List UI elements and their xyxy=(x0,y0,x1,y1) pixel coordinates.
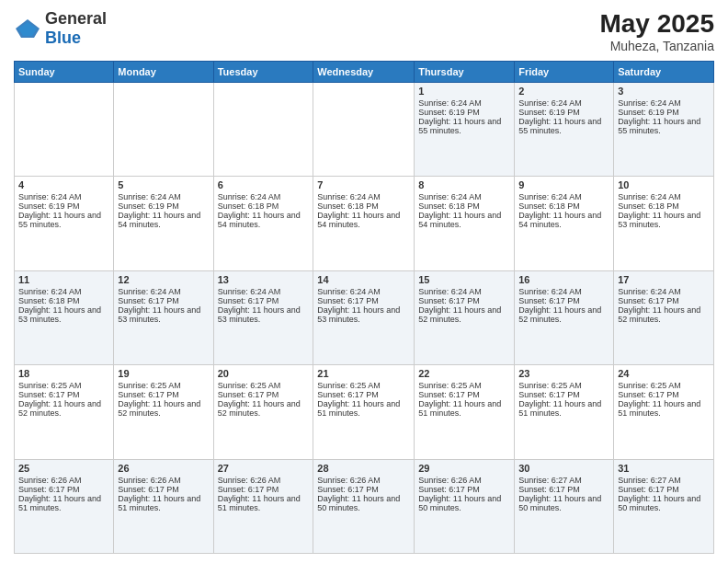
sunset-text: Sunset: 6:17 PM xyxy=(118,296,209,305)
sunset-text: Sunset: 6:17 PM xyxy=(317,390,410,399)
sunrise-text: Sunrise: 6:24 AM xyxy=(618,287,710,296)
sunrise-text: Sunrise: 6:24 AM xyxy=(618,98,710,108)
daylight-text: Daylight: 11 hours and 50 minutes. xyxy=(518,494,609,512)
day-number: 28 xyxy=(317,463,410,474)
sunrise-text: Sunrise: 6:24 AM xyxy=(618,192,710,201)
day-number: 29 xyxy=(418,463,510,474)
sunrise-text: Sunrise: 6:26 AM xyxy=(118,476,209,485)
daylight-text: Daylight: 11 hours and 52 minutes. xyxy=(618,305,710,324)
week-row-2: 4Sunrise: 6:24 AMSunset: 6:19 PMDaylight… xyxy=(15,177,714,270)
day-number: 23 xyxy=(518,368,609,379)
day-number: 8 xyxy=(418,179,510,190)
sunrise-text: Sunrise: 6:24 AM xyxy=(518,287,609,296)
daylight-text: Daylight: 11 hours and 50 minutes. xyxy=(618,494,710,512)
logo-icon xyxy=(14,17,41,40)
sunrise-text: Sunrise: 6:24 AM xyxy=(118,287,209,296)
calendar-cell-w4-d4: 21Sunrise: 6:25 AMSunset: 6:17 PMDayligh… xyxy=(313,365,415,459)
sunrise-text: Sunrise: 6:24 AM xyxy=(118,192,209,201)
calendar-cell-w1-d5: 1Sunrise: 6:24 AMSunset: 6:19 PMDaylight… xyxy=(415,83,515,177)
calendar-cell-w1-d6: 2Sunrise: 6:24 AMSunset: 6:19 PMDaylight… xyxy=(515,83,614,177)
week-row-3: 11Sunrise: 6:24 AMSunset: 6:18 PMDayligh… xyxy=(15,270,714,364)
sunset-text: Sunset: 6:18 PM xyxy=(317,201,410,211)
logo-blue: Blue xyxy=(45,29,81,47)
calendar-cell-w3-d4: 14Sunrise: 6:24 AMSunset: 6:17 PMDayligh… xyxy=(313,270,415,364)
sunset-text: Sunset: 6:18 PM xyxy=(218,201,310,211)
daylight-text: Daylight: 11 hours and 50 minutes. xyxy=(317,494,410,512)
daylight-text: Daylight: 11 hours and 51 minutes. xyxy=(118,494,209,512)
calendar-cell-w2-d5: 8Sunrise: 6:24 AMSunset: 6:18 PMDaylight… xyxy=(415,177,515,270)
header-friday: Friday xyxy=(515,62,614,83)
sunset-text: Sunset: 6:18 PM xyxy=(518,201,609,211)
day-number: 15 xyxy=(418,274,510,285)
sunset-text: Sunset: 6:17 PM xyxy=(418,485,510,494)
calendar-cell-w2-d4: 7Sunrise: 6:24 AMSunset: 6:18 PMDaylight… xyxy=(313,177,415,270)
sunset-text: Sunset: 6:19 PM xyxy=(418,108,510,117)
day-number: 6 xyxy=(218,179,310,190)
calendar-cell-w4-d2: 19Sunrise: 6:25 AMSunset: 6:17 PMDayligh… xyxy=(114,365,213,459)
sunrise-text: Sunrise: 6:24 AM xyxy=(518,98,609,108)
day-number: 26 xyxy=(118,463,209,474)
sunrise-text: Sunrise: 6:24 AM xyxy=(218,287,310,296)
header-monday: Monday xyxy=(114,62,213,83)
weekday-header-row: Sunday Monday Tuesday Wednesday Thursday… xyxy=(15,62,714,83)
sunrise-text: Sunrise: 6:26 AM xyxy=(418,476,510,485)
sunset-text: Sunset: 6:17 PM xyxy=(317,296,410,305)
day-number: 5 xyxy=(118,179,209,190)
daylight-text: Daylight: 11 hours and 53 minutes. xyxy=(618,211,710,229)
sunset-text: Sunset: 6:19 PM xyxy=(118,201,209,211)
sunset-text: Sunset: 6:17 PM xyxy=(18,390,109,399)
daylight-text: Daylight: 11 hours and 54 minutes. xyxy=(518,211,609,229)
calendar-cell-w1-d7: 3Sunrise: 6:24 AMSunset: 6:19 PMDaylight… xyxy=(614,83,714,177)
day-number: 1 xyxy=(418,86,510,97)
sunset-text: Sunset: 6:17 PM xyxy=(218,390,310,399)
calendar-cell-w2-d6: 9Sunrise: 6:24 AMSunset: 6:18 PMDaylight… xyxy=(515,177,614,270)
header-saturday: Saturday xyxy=(614,62,714,83)
header-thursday: Thursday xyxy=(415,62,515,83)
day-number: 13 xyxy=(218,274,310,285)
daylight-text: Daylight: 11 hours and 55 minutes. xyxy=(618,117,710,135)
sunrise-text: Sunrise: 6:26 AM xyxy=(317,476,410,485)
calendar-cell-w5-d3: 27Sunrise: 6:26 AMSunset: 6:17 PMDayligh… xyxy=(213,459,313,553)
sunrise-text: Sunrise: 6:24 AM xyxy=(418,98,510,108)
sunrise-text: Sunrise: 6:26 AM xyxy=(218,476,310,485)
sunset-text: Sunset: 6:17 PM xyxy=(518,296,609,305)
logo: General Blue xyxy=(14,9,107,48)
calendar-cell-w2-d3: 6Sunrise: 6:24 AMSunset: 6:18 PMDaylight… xyxy=(213,177,313,270)
sunrise-text: Sunrise: 6:24 AM xyxy=(418,192,510,201)
calendar-cell-w3-d7: 17Sunrise: 6:24 AMSunset: 6:17 PMDayligh… xyxy=(614,270,714,364)
sunrise-text: Sunrise: 6:25 AM xyxy=(317,381,410,390)
sunrise-text: Sunrise: 6:27 AM xyxy=(618,476,710,485)
sunset-text: Sunset: 6:18 PM xyxy=(418,201,510,211)
calendar-cell-w4-d6: 23Sunrise: 6:25 AMSunset: 6:17 PMDayligh… xyxy=(515,365,614,459)
sunrise-text: Sunrise: 6:25 AM xyxy=(18,381,109,390)
daylight-text: Daylight: 11 hours and 51 minutes. xyxy=(518,399,609,418)
daylight-text: Daylight: 11 hours and 52 minutes. xyxy=(18,399,109,418)
daylight-text: Daylight: 11 hours and 52 minutes. xyxy=(118,399,209,418)
calendar-cell-w3-d1: 11Sunrise: 6:24 AMSunset: 6:18 PMDayligh… xyxy=(15,270,114,364)
sunrise-text: Sunrise: 6:24 AM xyxy=(18,192,109,201)
sunrise-text: Sunrise: 6:27 AM xyxy=(518,476,609,485)
calendar-cell-w4-d3: 20Sunrise: 6:25 AMSunset: 6:17 PMDayligh… xyxy=(213,365,313,459)
logo-general: General xyxy=(45,9,107,28)
calendar-cell-w1-d2 xyxy=(114,83,213,177)
calendar-cell-w4-d5: 22Sunrise: 6:25 AMSunset: 6:17 PMDayligh… xyxy=(415,365,515,459)
daylight-text: Daylight: 11 hours and 52 minutes. xyxy=(418,305,510,324)
sunrise-text: Sunrise: 6:26 AM xyxy=(18,476,109,485)
sunset-text: Sunset: 6:18 PM xyxy=(18,296,109,305)
calendar-cell-w3-d6: 16Sunrise: 6:24 AMSunset: 6:17 PMDayligh… xyxy=(515,270,614,364)
day-number: 30 xyxy=(518,463,609,474)
calendar-cell-w5-d2: 26Sunrise: 6:26 AMSunset: 6:17 PMDayligh… xyxy=(114,459,213,553)
header-sunday: Sunday xyxy=(15,62,114,83)
calendar-cell-w3-d2: 12Sunrise: 6:24 AMSunset: 6:17 PMDayligh… xyxy=(114,270,213,364)
day-number: 10 xyxy=(618,179,710,190)
calendar-cell-w5-d7: 31Sunrise: 6:27 AMSunset: 6:17 PMDayligh… xyxy=(614,459,714,553)
sunset-text: Sunset: 6:19 PM xyxy=(618,108,710,117)
daylight-text: Daylight: 11 hours and 51 minutes. xyxy=(218,494,310,512)
calendar-cell-w3-d5: 15Sunrise: 6:24 AMSunset: 6:17 PMDayligh… xyxy=(415,270,515,364)
daylight-text: Daylight: 11 hours and 53 minutes. xyxy=(218,305,310,324)
sunset-text: Sunset: 6:17 PM xyxy=(18,485,109,494)
week-row-1: 1Sunrise: 6:24 AMSunset: 6:19 PMDaylight… xyxy=(15,83,714,177)
calendar-cell-w2-d2: 5Sunrise: 6:24 AMSunset: 6:19 PMDaylight… xyxy=(114,177,213,270)
calendar-cell-w2-d7: 10Sunrise: 6:24 AMSunset: 6:18 PMDayligh… xyxy=(614,177,714,270)
sunset-text: Sunset: 6:17 PM xyxy=(218,485,310,494)
